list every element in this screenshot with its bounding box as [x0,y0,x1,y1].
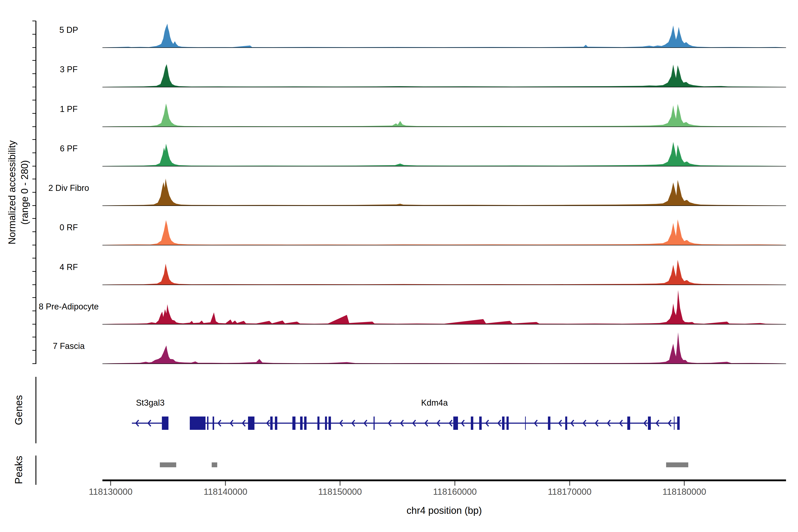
y-axis-tick [32,21,36,21]
x-axis-tick-label: 118170000 [523,487,616,497]
track-baseline [102,166,786,167]
peak-region-box [666,462,688,467]
y-axis-tick [32,152,36,153]
track-baseline [102,48,786,48]
y-axis-tick [32,258,36,259]
x-axis-tick [454,481,455,486]
peaks-bracket-line [36,456,36,485]
peak-region-box [160,462,176,467]
x-axis-tick-label: 118140000 [179,487,272,497]
x-axis-tick-label: 118150000 [293,487,386,497]
track-baseline [102,285,786,285]
y-axis-tick [32,271,36,272]
x-axis-tick [340,481,341,486]
coverage-area-2-div-fibro [102,170,786,206]
track-baseline [102,324,786,324]
x-axis-tick-label: 118160000 [408,487,501,497]
y-axis-tick [32,126,36,127]
x-axis-tick-label: 118180000 [638,487,731,497]
y-axis-tick [32,350,36,351]
y-axis-tick [32,179,36,179]
y-axis-tick [32,139,36,140]
y-axis-tick [32,73,36,74]
y-axis-tick [32,166,36,167]
x-axis-tick [569,481,570,486]
coverage-area-0-rf [102,209,786,245]
y-axis-tick [32,337,36,337]
x-axis-line [102,479,786,481]
coverage-area-7-fascia [102,328,786,363]
coverage-area-4-rf [102,249,786,285]
y-axis-tick [32,205,36,206]
x-axis-tick [110,481,111,486]
y-axis-tick [32,100,36,100]
y-axis-tick [32,192,36,193]
x-axis-tick [225,481,226,486]
peaks-section-label: Peaks [13,456,25,484]
y-axis-tick [32,231,36,232]
track-baseline [102,87,786,87]
genes-bracket-line [36,377,36,443]
y-axis-tick [32,60,36,61]
gene-models-canvas [102,392,786,441]
x-axis-title: chr4 position (bp) [378,505,511,516]
y-axis-tick [32,34,36,35]
y-axis-tick [32,47,36,48]
track-baseline [102,206,786,206]
y-axis-tick [32,87,36,87]
y-axis-tick [32,245,36,245]
x-axis-tick-label: 118130000 [64,487,157,497]
y-axis-tick [32,363,36,364]
y-axis-tick [32,310,36,311]
coverage-area-6-pf [102,131,786,166]
y-axis-tick [32,113,36,114]
genes-section-label: Genes [13,395,25,425]
track-baseline [102,245,786,245]
y-axis-tick [32,324,36,324]
y-axis-tick [32,297,36,298]
track-baseline [102,127,786,127]
coverage-area-1-pf [102,91,786,127]
y-axis-tick [32,284,36,285]
x-axis-tick [684,481,685,486]
peak-region-box [212,462,217,467]
coverage-area-3-pf [102,52,786,87]
y-axis-tick [32,218,36,219]
coverage-area-5-dp [102,12,786,48]
coverage-area-8-pre-adipocyte [102,289,786,324]
track-baseline [102,363,786,364]
